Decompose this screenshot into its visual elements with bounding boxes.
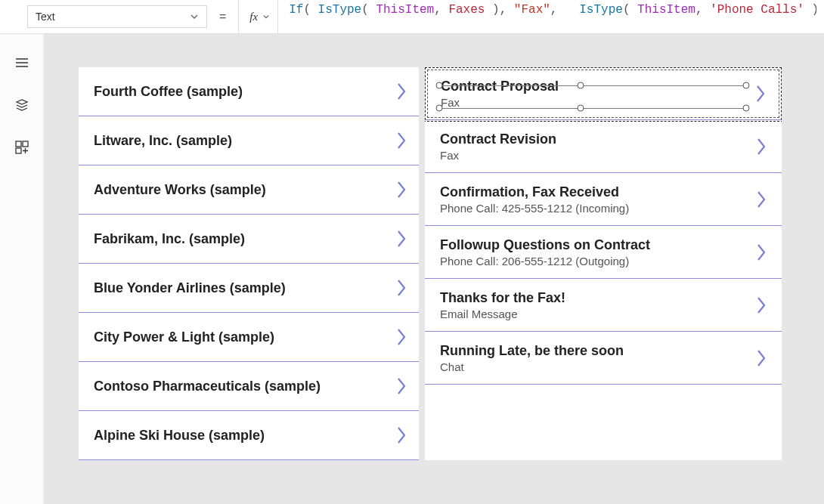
equals-sign: = — [219, 10, 226, 23]
svg-rect-2 — [16, 148, 21, 153]
selection-handle[interactable] — [578, 105, 584, 112]
chevron-right-icon — [754, 295, 768, 316]
activity-row[interactable]: Contract ProposalFax — [425, 67, 782, 120]
canvas[interactable]: Fourth Coffee (sample)Litware, Inc. (sam… — [44, 34, 824, 504]
main-area: Fourth Coffee (sample)Litware, Inc. (sam… — [0, 34, 824, 504]
activity-title: Contract Proposal — [441, 79, 559, 94]
account-row[interactable]: City Power & Light (sample) — [79, 313, 419, 362]
account-row[interactable]: Alpine Ski House (sample) — [79, 411, 419, 460]
chevron-down-icon — [262, 13, 270, 20]
activity-row[interactable]: Contract RevisionFax — [425, 120, 782, 173]
chevron-right-icon — [754, 242, 768, 263]
selection-handle[interactable] — [743, 105, 750, 112]
activity-row[interactable]: Thanks for the Fax!Email Message — [425, 279, 782, 332]
svg-rect-1 — [23, 141, 28, 147]
activity-subtitle: Chat — [440, 360, 624, 373]
account-row[interactable]: Fourth Coffee (sample) — [79, 67, 419, 116]
selection-handle[interactable] — [436, 82, 443, 89]
app-screen: Fourth Coffee (sample)Litware, Inc. (sam… — [79, 67, 789, 460]
chevron-right-icon — [395, 81, 408, 102]
selection-handle[interactable] — [743, 82, 750, 89]
chevron-down-icon — [190, 12, 199, 21]
chevron-right-icon — [395, 326, 408, 348]
formula-input[interactable]: If( IsType( ThisItem, Faxes ), "Fax", Is… — [277, 0, 816, 34]
activity-title: Running Late, be there soon — [440, 343, 624, 359]
activity-title: Thanks for the Fax! — [440, 290, 565, 306]
activity-row[interactable]: Confirmation, Fax ReceivedPhone Call: 42… — [425, 173, 782, 226]
account-title: Adventure Works (sample) — [94, 182, 266, 198]
fx-label: fx — [249, 11, 258, 23]
account-row[interactable]: Fabrikam, Inc. (sample) — [79, 215, 419, 264]
left-rail — [0, 34, 44, 504]
activity-title: Followup Questions on Contract — [440, 237, 650, 253]
activity-subtitle: Fax — [440, 149, 556, 162]
activity-row[interactable]: Followup Questions on ContractPhone Call… — [425, 226, 782, 279]
chevron-right-icon — [754, 83, 767, 104]
chevron-right-icon — [395, 376, 408, 397]
account-title: Blue Yonder Airlines (sample) — [94, 280, 286, 296]
account-row[interactable]: Adventure Works (sample) — [79, 165, 419, 215]
formula-bar-row: Text = fx If( IsType( ThisItem, Faxes ),… — [0, 0, 824, 34]
activity-title: Confirmation, Fax Received — [440, 184, 629, 200]
account-row[interactable]: Contoso Pharmaceuticals (sample) — [79, 362, 419, 411]
activity-row[interactable]: Running Late, be there soonChat — [425, 332, 782, 385]
chevron-right-icon — [395, 277, 408, 298]
property-selector-label: Text — [36, 11, 55, 23]
activity-subtitle: Email Message — [440, 308, 565, 320]
selection-handle[interactable] — [436, 105, 443, 112]
activity-title: Contract Revision — [440, 131, 556, 147]
account-title: Fabrikam, Inc. (sample) — [94, 231, 245, 247]
chevron-right-icon — [754, 136, 768, 157]
activities-gallery[interactable]: Contract ProposalFaxContract RevisionFax… — [425, 67, 782, 460]
chevron-right-icon — [754, 189, 768, 210]
property-selector[interactable]: Text — [27, 5, 207, 28]
activity-subtitle: Phone Call: 206-555-1212 (Outgoing) — [440, 255, 650, 267]
account-title: Litware, Inc. (sample) — [94, 133, 232, 149]
account-title: Alpine Ski House (sample) — [94, 428, 265, 444]
chevron-right-icon — [395, 228, 408, 249]
insert-icon[interactable] — [14, 140, 29, 155]
chevron-right-icon — [395, 179, 408, 200]
chevron-right-icon — [395, 425, 408, 446]
chevron-right-icon — [395, 130, 408, 151]
chevron-right-icon — [754, 348, 768, 369]
fx-button[interactable]: fx — [238, 0, 270, 34]
hamburger-icon[interactable] — [14, 55, 29, 70]
svg-rect-0 — [16, 141, 21, 147]
account-title: City Power & Light (sample) — [94, 329, 274, 345]
account-row[interactable]: Litware, Inc. (sample) — [79, 116, 419, 165]
accounts-gallery[interactable]: Fourth Coffee (sample)Litware, Inc. (sam… — [79, 67, 419, 460]
activity-subtitle: Phone Call: 425-555-1212 (Incoming) — [440, 202, 629, 215]
account-row[interactable]: Blue Yonder Airlines (sample) — [79, 264, 419, 313]
activity-subtitle: Fax — [441, 96, 559, 109]
tree-view-icon[interactable] — [14, 97, 29, 113]
selection-handle[interactable] — [578, 82, 584, 89]
account-title: Fourth Coffee (sample) — [94, 84, 243, 100]
account-title: Contoso Pharmaceuticals (sample) — [94, 379, 321, 394]
